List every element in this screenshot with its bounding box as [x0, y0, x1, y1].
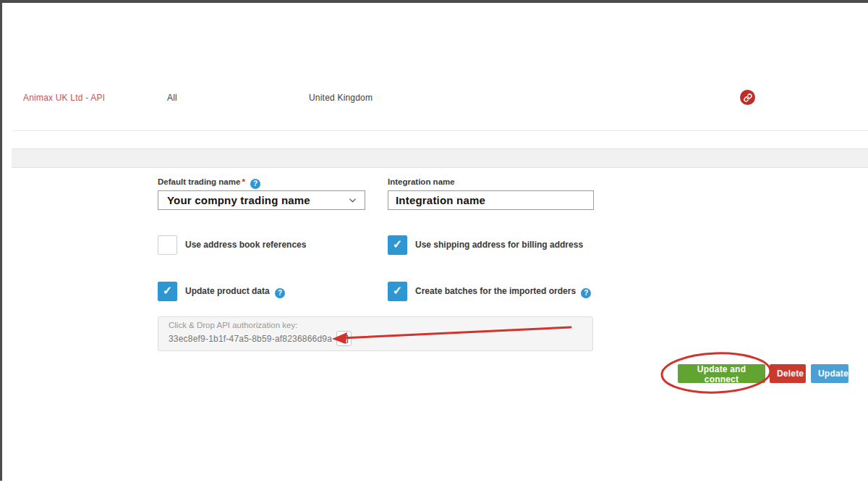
- help-icon[interactable]: ?: [250, 179, 260, 189]
- integration-row-channel: All: [167, 93, 177, 103]
- check-icon: ✓: [163, 284, 172, 298]
- update-and-connect-button[interactable]: Update and connect: [678, 364, 765, 383]
- checkbox-label-shipping-for-billing: Use shipping address for billing address: [415, 235, 583, 255]
- api-key-value: 33ec8ef9-1b1f-47a5-8b59-af8236866d9a: [169, 334, 332, 344]
- window-top-edge: [0, 0, 868, 3]
- help-icon[interactable]: ?: [581, 288, 591, 298]
- section-divider: [13, 130, 868, 131]
- required-asterisk: *: [242, 177, 244, 186]
- link-icon: [744, 93, 752, 102]
- checkbox-shipping-for-billing[interactable]: ✓: [388, 235, 407, 255]
- integration-name-label: Integration name: [388, 177, 455, 186]
- checkbox-label-address-book: Use address book references: [185, 235, 306, 255]
- chevron-down-icon: [348, 195, 357, 205]
- trading-name-select[interactable]: Your compny trading name: [158, 190, 365, 210]
- check-icon: ✓: [393, 237, 402, 251]
- connected-status-badge[interactable]: [740, 90, 755, 105]
- integration-row-name[interactable]: Animax UK Ltd - API: [23, 93, 105, 103]
- delete-button[interactable]: Delete: [770, 364, 806, 383]
- integration-settings-page: Animax UK Ltd - API All United Kingdom D…: [0, 0, 868, 488]
- checkbox-address-book-references[interactable]: ✓: [158, 235, 177, 255]
- trading-name-select-value: Your compny trading name: [158, 194, 348, 206]
- checkbox-label-create-batches: Create batches for the imported orders ?: [415, 282, 591, 301]
- api-key-panel: Click & Drop API authorization key: 33ec…: [158, 316, 593, 351]
- check-icon: ✓: [393, 284, 402, 298]
- integration-name-input[interactable]: [388, 190, 594, 210]
- api-key-label: Click & Drop API authorization key:: [169, 321, 582, 329]
- help-icon[interactable]: ?: [275, 288, 285, 298]
- copy-api-key-button[interactable]: [336, 331, 352, 346]
- section-header-bar: [12, 148, 868, 168]
- checkbox-create-batches[interactable]: ✓: [388, 282, 407, 301]
- integration-row-country: United Kingdom: [309, 93, 373, 103]
- copy-to-clipboard-icon: [339, 334, 349, 344]
- checkbox-update-product-data[interactable]: ✓: [158, 282, 177, 301]
- trading-name-label: Default trading name* ?: [158, 177, 260, 189]
- checkbox-label-update-product-data: Update product data ?: [185, 282, 285, 301]
- window-left-edge: [0, 0, 2, 481]
- update-button[interactable]: Update: [811, 364, 848, 383]
